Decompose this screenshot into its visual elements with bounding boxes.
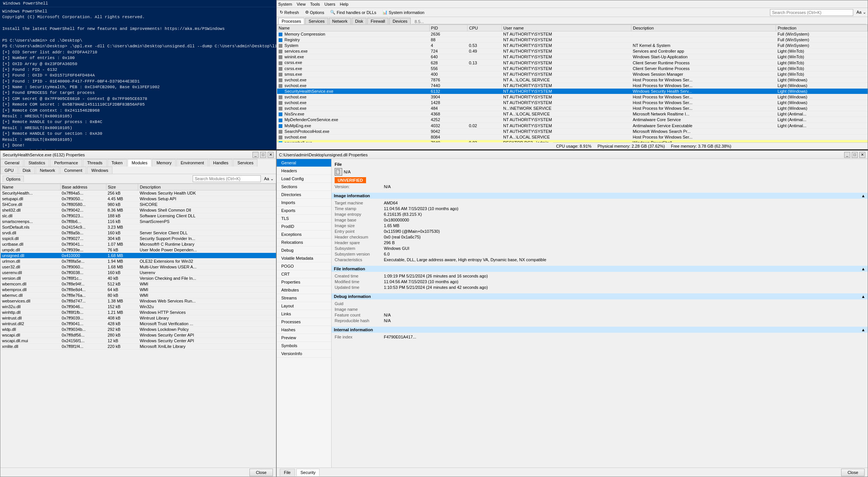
list-item[interactable]: slc.dll 0x7ff9023... 188 kB Software Lic… (1, 213, 276, 219)
tab-windows[interactable]: Windows (87, 167, 112, 174)
list-item[interactable]: win32u.dll 0x7ff9046... 152 kB Win32u (1, 304, 276, 310)
pe-sidebar-item-tls[interactable]: TLS (277, 215, 331, 223)
pe-sidebar-item-volatile-metadata[interactable]: Volatile Metadata (277, 254, 331, 262)
tab-threads[interactable]: Threads (83, 159, 106, 167)
table-row[interactable]: SearchProtocolHost.exe 9042 NT AUTHORITY… (277, 128, 868, 134)
mod-col-desc[interactable]: Description (138, 184, 276, 190)
list-item[interactable]: wscapi.dll 0x7ff8df56... 280 kB Windows … (1, 332, 276, 338)
list-item[interactable]: shell32.dll 0x7ff9042... 8.36 MB Windows… (1, 207, 276, 213)
list-item[interactable]: SecurityHealth... 0x7ff84a5... 256 kB Wi… (1, 190, 276, 196)
refresh-button[interactable]: ↻ Refresh (278, 9, 301, 16)
close-button-bottom[interactable]: Close (249, 469, 273, 476)
table-row[interactable]: MpDefenderCoreService.exe 4252 NT AUTHOR… (277, 117, 868, 123)
pe-sidebar-item-exports[interactable]: Exports (277, 207, 331, 215)
options-btn[interactable]: Options (3, 176, 24, 182)
table-row[interactable]: csrss.exe 628 0.13 NT AUTHORITY\SYSTEM C… (277, 60, 868, 65)
list-item[interactable]: winhttp.dll 0x7ff8f1fb... 1.21 MB Window… (1, 310, 276, 315)
pe-sidebar-item-directories[interactable]: Directories (277, 191, 331, 199)
maximize-button[interactable]: □ (260, 152, 266, 158)
tab-performance[interactable]: Performance (50, 159, 82, 167)
table-row[interactable]: Memory Compression 2636 NT AUTHORITY\SYS… (277, 31, 868, 37)
pe-sidebar-item-load-config[interactable]: Load Config (277, 175, 331, 183)
system-info-button[interactable]: 📊 System information (381, 9, 426, 16)
tab-memory[interactable]: Memory (152, 159, 176, 167)
pe-sidebar-item-attributes[interactable]: Attributes (277, 286, 331, 294)
table-row[interactable]: svchost.exe 8084 NT A...\LOCAL SERVICE H… (277, 134, 868, 140)
image-info-section[interactable]: Image information ▲ (332, 193, 868, 199)
list-item[interactable]: wintrust.dll2 0x7ff9041... 428 kB Micros… (1, 321, 276, 327)
pe-sidebar-item-preview[interactable]: Preview (277, 334, 331, 342)
table-row[interactable]: NisSrv.exe 4368 NT A...\LOCAL SERVICE Mi… (277, 111, 868, 117)
col-desc[interactable]: Description (631, 25, 776, 31)
pe-sidebar-item-links[interactable]: Links (277, 310, 331, 318)
pe-sidebar-item-sections[interactable]: Sections (277, 183, 331, 191)
tab-devices[interactable]: Devices (389, 18, 411, 24)
find-handles-button[interactable]: 🔍 Find handles or DLLs (329, 9, 378, 16)
tab-general[interactable]: General (0, 159, 23, 167)
list-item[interactable]: xmlite.dll 0x7ff8f1f4... 220 kB Microsof… (1, 344, 276, 349)
menu-users[interactable]: Users (324, 2, 335, 6)
tab-firewall[interactable]: Firewall (367, 18, 388, 24)
col-prot[interactable]: Protection (776, 25, 868, 31)
pe-sidebar-item-imports[interactable]: Imports (277, 199, 331, 207)
tab-comment[interactable]: Comment (60, 167, 87, 174)
debug-info-section[interactable]: Debug information ▲ (332, 293, 868, 299)
list-item[interactable]: umpdc.dll 0x7ff939e... 76 kB User Mode P… (1, 247, 276, 253)
col-user[interactable]: User name (502, 25, 631, 31)
table-row[interactable]: svchost.exe 484 N...\NETWORK SERVICE Hos… (277, 106, 868, 111)
list-item[interactable]: version.dll 0x7ff8f1c... 40 kB Version C… (1, 276, 276, 281)
process-search-input[interactable] (770, 9, 853, 16)
pe-sidebar-item-versioninfo[interactable]: VersionInfo (277, 350, 331, 358)
tab-network[interactable]: Network (329, 18, 351, 24)
table-row[interactable]: svchost.exe 3904 NT AUTHORITY\SYSTEM Hos… (277, 94, 868, 100)
pe-sidebar-item-relocations[interactable]: Relocations (277, 238, 331, 246)
tab-disk[interactable]: Disk (352, 18, 366, 24)
list-item[interactable]: wbemvc.dll 0x7ff8e76a... 80 kB WMI (1, 293, 276, 298)
pe-sidebar-item-pogo[interactable]: POGO (277, 262, 331, 270)
list-item[interactable]: unsigned.dll 0x410000 1.68 MB (1, 253, 276, 259)
tab-network[interactable]: Network (36, 167, 59, 174)
list-item[interactable]: wldp.dll 0x7ff9034b... 292 kB Windows Lo… (1, 327, 276, 332)
pe-sidebar-item-hashes[interactable]: Hashes (277, 326, 331, 334)
process-table-container[interactable]: Name PID CPU User name Description Prote… (277, 25, 868, 142)
pe-sidebar-item-headers[interactable]: Headers (277, 167, 331, 175)
bottom-tab-security[interactable]: Security (296, 469, 320, 476)
pe-sidebar-item-layout[interactable]: Layout (277, 302, 331, 310)
tab-statistics[interactable]: Statistics (24, 159, 49, 167)
file-info-section[interactable]: File information ▲ (332, 266, 868, 272)
table-row[interactable]: Registry 88 NT AUTHORITY\SYSTEM Full (Wi… (277, 37, 868, 43)
col-cpu[interactable]: CPU (468, 25, 502, 31)
table-row[interactable]: csrss.exe 556 NT AUTHORITY\SYSTEM Client… (277, 65, 868, 71)
close-button-right[interactable]: Close (841, 469, 865, 476)
tab-processes[interactable]: Processes (278, 18, 304, 24)
close-button[interactable]: ✕ (268, 152, 274, 158)
tab-gpu[interactable]: GPU (0, 167, 18, 174)
tab-services[interactable]: Services (305, 18, 328, 24)
list-item[interactable]: ucrtbase.dll 0x7ff9041... 1.07 MB Micros… (1, 242, 276, 247)
table-row[interactable]: MsMpEng.exe 4032 0.02 NT AUTHORITY\SYSTE… (277, 123, 868, 128)
list-item[interactable]: wbemprox.dll 0x7ff8e8d4... 64 kB WMI (1, 287, 276, 293)
menu-view[interactable]: View (297, 2, 306, 6)
list-item[interactable]: SHCore.dll 0x7ff80580... 980 kB SHCORE (1, 202, 276, 207)
list-item[interactable]: setupapi.dll 0x7ff9050... 4.45 MB Window… (1, 196, 276, 202)
col-pid[interactable]: PID (429, 25, 468, 31)
list-item[interactable]: SortDefault.nls 0x24154c9... 3.23 MB (1, 224, 276, 230)
tab-modules[interactable]: Modules (128, 159, 152, 167)
pe-sidebar-item-prodid[interactable]: ProdID (277, 223, 331, 231)
minimize-button[interactable]: _ (252, 152, 259, 158)
minimize-button-r[interactable]: _ (844, 152, 850, 158)
pe-sidebar-item-general[interactable]: General (277, 159, 331, 167)
table-row[interactable]: svchost.exe 7876 NT A...\LOCAL SERVICE H… (277, 77, 868, 83)
modules-search-input[interactable] (193, 175, 261, 182)
list-item[interactable]: smartscreenps... 0x7ff8b6... 116 kB Smar… (1, 219, 276, 224)
table-row[interactable]: powershell.exe 7940 0.03 DESKTOP-DC3...\… (277, 140, 868, 142)
mod-col-base[interactable]: Base address (60, 184, 106, 190)
list-item[interactable]: urlmon.dll 0x7ff8fa5e... 1.94 MB OLE32 E… (1, 259, 276, 264)
pe-sidebar-item-processes[interactable]: Processes (277, 318, 331, 326)
col-name[interactable]: Name (277, 25, 430, 31)
tab-disk[interactable]: Disk (19, 167, 35, 174)
list-item[interactable]: sspicli.dll 0x7ff9027... 304 kB Security… (1, 236, 276, 242)
mod-col-size[interactable]: Size (106, 184, 138, 190)
list-item[interactable]: wintrust.dll 0x7ff9039... 408 kB Wintrus… (1, 315, 276, 321)
bottom-tab-file[interactable]: File (280, 469, 295, 476)
